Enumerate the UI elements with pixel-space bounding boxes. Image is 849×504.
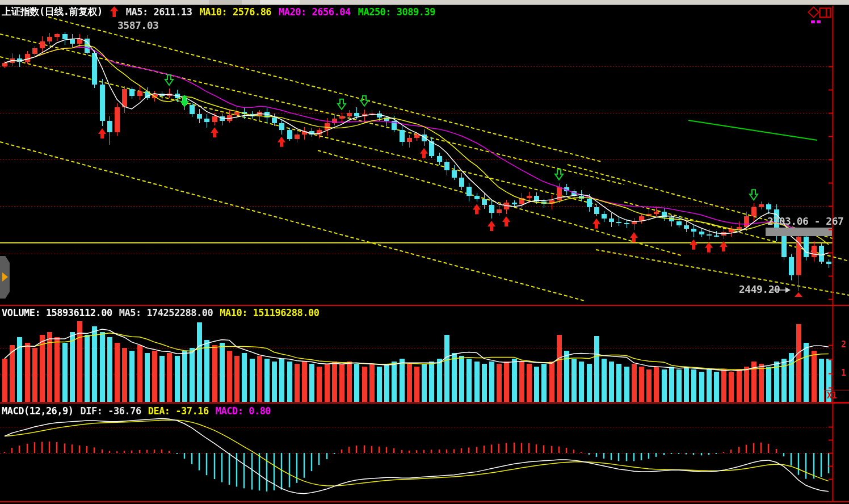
volume-axis-tick-label: 2 [841,339,846,350]
split-window-icon[interactable] [819,7,831,18]
ma5-value[interactable]: MA5: 2611.13 [126,6,192,18]
macd-indicator-name[interactable]: MACD(12,26,9) [2,405,74,417]
ma10-value[interactable]: MA10: 2576.86 [200,6,272,18]
volume-ma5-value[interactable]: MA5: 174252288.00 [119,307,213,318]
trendline-handle[interactable] [811,20,815,23]
symbol-title: 上证指数(日线.前复权) [2,5,103,18]
chart-canvas[interactable] [0,0,849,504]
volume-value[interactable]: VOLUME: 158936112.00 [2,307,112,318]
peak-price-label: 3587.03 [117,19,158,31]
scroll-arrow-icon [2,272,8,282]
toolbar-segment [260,0,300,5]
volume-multiplier-badge: X1 [824,390,849,402]
ma250-value[interactable]: MA250: 3089.39 [358,6,435,18]
dif-value[interactable]: DIF: -36.76 [81,405,141,417]
volume-pane-header: VOLUME: 158936112.00 MA5: 174252288.00 M… [2,307,319,318]
dea-value[interactable]: DEA: -37.16 [148,405,209,417]
main-chart-header: 上证指数(日线.前复权) MA5: 2611.13 MA10: 2576.86 … [2,5,435,18]
macd-pane-header: MACD(12,26,9) DIF: -36.76 DEA: -37.16 MA… [2,405,271,417]
scroll-left-grip[interactable] [0,256,10,299]
volume-ma10-value[interactable]: MA10: 151196288.00 [220,307,319,318]
chart-window: 上证指数(日线.前复权) MA5: 2611.13 MA10: 2576.86 … [0,0,849,504]
low-price-label: 2449.20 [739,283,780,295]
top-toolbar-strip [0,0,849,5]
trendline-handle[interactable] [817,20,821,23]
up-arrow-icon [110,6,119,17]
toolbar-segment [209,0,242,5]
macd-value[interactable]: MACD: 0.80 [216,405,271,417]
diamond-tool-icon[interactable] [806,5,820,20]
ma20-value[interactable]: MA20: 2656.04 [279,6,351,18]
range-tooltip-label: 2703.06 - 267 [767,215,849,227]
volume-axis-tick-label: 1 [841,368,846,378]
